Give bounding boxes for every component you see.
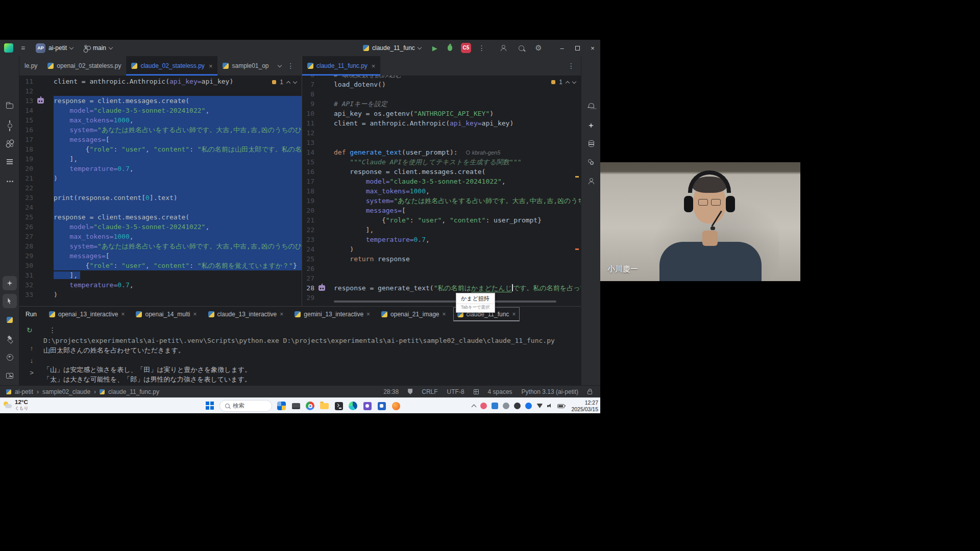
taskbar-clock[interactable]: 12:27 2025/03/15 (571, 399, 598, 412)
code-line[interactable]: 16 system="あなたは姓名占いをする占い師です。大吉,中吉,吉,凶のうち… (19, 125, 302, 135)
close-icon[interactable]: × (366, 311, 370, 318)
battery-icon[interactable] (557, 404, 565, 408)
file-explorer-app-icon[interactable] (318, 400, 330, 412)
code-line[interactable]: 14 model="claude-3-5-sonnet-20241022", (19, 106, 302, 115)
project-tool-button[interactable] (3, 99, 17, 113)
ai-assistant-tool-button[interactable] (3, 276, 17, 290)
readonly-toggle[interactable] (587, 389, 592, 394)
interpreter-widget[interactable]: Python 3.13 (ai-petit) (522, 388, 578, 395)
taskbar-search[interactable]: 検索 (219, 400, 272, 412)
settings-button[interactable]: ⚙ (534, 42, 543, 54)
code-with-me-button[interactable] (499, 42, 508, 54)
code-line[interactable]: 25response = client.messages.create( (19, 212, 302, 222)
inspections-widget[interactable]: 1 (272, 79, 297, 86)
up-arrow-button[interactable]: ↑ (27, 344, 37, 357)
column-mode-widget[interactable] (474, 389, 479, 394)
windows-start-button[interactable] (206, 402, 214, 410)
notifications-button[interactable] (584, 99, 598, 113)
horizontal-scrollbar[interactable] (334, 300, 556, 303)
code-line[interactable]: 18 {"role": "user", "content": "私の名前は山田太… (19, 144, 302, 154)
close-icon[interactable]: × (193, 311, 197, 318)
tray-app-icon[interactable] (480, 403, 487, 409)
code-line[interactable]: 14def generate_text(user_prompt):kbrah-g… (302, 147, 581, 157)
widgets-app-icon[interactable] (276, 400, 287, 412)
code-line[interactable]: 25 return response (302, 254, 581, 264)
code-line[interactable]: 8 (302, 89, 581, 99)
code-line[interactable]: 24 (19, 203, 302, 212)
encoding-widget[interactable]: UTF-8 (447, 388, 464, 395)
code-line[interactable]: 20 messages=[ (302, 206, 581, 215)
breadcrumb-project[interactable]: ai-petit (15, 388, 33, 395)
protection-widget[interactable] (408, 389, 412, 394)
breadcrumb-folder[interactable]: sample02_claude (42, 388, 90, 395)
purple-app-icon[interactable] (361, 400, 373, 412)
services-tool-button[interactable] (3, 331, 17, 345)
code-line[interactable]: 15 """Claude APIを使用してテキストを生成する関数""" (302, 157, 581, 167)
code-line[interactable]: 30 {"role": "user", "content": "私の名前を覚えて… (19, 261, 302, 270)
tab-le-py[interactable]: le.py (19, 56, 42, 76)
code-line[interactable]: 22 (19, 183, 302, 193)
code-line[interactable]: 24 ) (302, 244, 581, 254)
tray-expand-chevron[interactable] (472, 404, 477, 409)
prev-problem-icon[interactable] (566, 81, 570, 85)
next-problem-icon[interactable] (293, 80, 297, 84)
terminal-tool-button[interactable] (3, 368, 17, 383)
structure-tool-button[interactable] (3, 155, 17, 169)
tray-app-icon[interactable] (503, 403, 509, 409)
code-line[interactable]: 32 temperature=0.7, (19, 280, 302, 290)
run-tab-gemini-13-interactive[interactable]: gemini_13_interactive × (290, 307, 374, 321)
code-line[interactable]: 22 ], (302, 225, 581, 235)
debug-button[interactable] (446, 42, 455, 54)
blue-app-icon[interactable] (376, 400, 387, 412)
code-line[interactable]: 20 temperature=0.7, (19, 164, 302, 173)
close-icon[interactable]: × (209, 62, 213, 70)
endpoints-tool-button[interactable] (584, 174, 598, 188)
run-config-selector[interactable]: claude_11_func (360, 43, 424, 53)
code-line[interactable]: 31 ], (19, 270, 302, 280)
close-icon[interactable]: × (512, 311, 516, 318)
code-line[interactable]: 29 messages=[ (19, 251, 302, 261)
close-icon[interactable]: × (443, 311, 446, 318)
ai-assistant-gutter-icon[interactable] (318, 285, 325, 291)
code-line[interactable]: 16 response = client.messages.create( (302, 167, 581, 177)
chrome-app-icon[interactable] (304, 400, 316, 412)
tab-options-icon[interactable]: ⋮ (568, 62, 575, 70)
code-line[interactable]: 12 (19, 86, 302, 96)
next-problem-icon[interactable] (572, 80, 576, 84)
code-line[interactable]: 13response = client.messages.create( (19, 96, 302, 106)
code-line[interactable]: 18 max_tokens=1000, (302, 186, 581, 196)
tray-app-icon[interactable] (514, 403, 521, 409)
commit-tool-button[interactable] (3, 118, 17, 133)
close-icon[interactable]: × (372, 62, 376, 70)
run-tab-openai-13-interactive[interactable]: openai_13_interactive × (45, 307, 129, 321)
code-line[interactable]: 10api_key = os.getenv("ANTHROPIC_API_KEY… (302, 109, 581, 118)
caret-position-widget[interactable]: 28:38 (383, 388, 399, 395)
search-everywhere-button[interactable] (517, 42, 526, 54)
code-line[interactable]: 11client = anthropic.Anthropic(api_key=a… (19, 77, 302, 86)
code-line[interactable]: 33) (19, 290, 302, 299)
weather-widget[interactable]: 12°C くもり (3, 399, 28, 411)
run-tab-claude-13-interactive[interactable]: claude_13_interactive × (204, 307, 288, 321)
ai-assistant-gutter-icon[interactable] (37, 98, 44, 104)
editor-left[interactable]: 11client = anthropic.Anthropic(api_key=a… (19, 76, 302, 306)
code-line[interactable]: 28response = generate_text("私の名前はかまどたんじで… (302, 283, 581, 293)
code-line[interactable]: 11client = anthropic.Anthropic(api_key=a… (302, 118, 581, 128)
code-line[interactable]: 26 model="claude-3-5-sonnet-20241022", (19, 222, 302, 232)
code-line[interactable]: 15 max_tokens=1000, (19, 115, 302, 125)
project-widget[interactable]: AP ai-petit (33, 42, 76, 54)
prev-problem-icon[interactable] (286, 81, 290, 85)
tray-app-icon[interactable] (492, 403, 498, 409)
main-menu-button[interactable]: ≡ (18, 42, 28, 54)
tab-openai-02-stateless[interactable]: openai_02_stateless.py (42, 56, 126, 76)
python-console-tool-button[interactable] (3, 313, 17, 327)
ime-candidate[interactable]: かまど担持 (456, 293, 495, 304)
code-line[interactable]: 23print(response.content[0].text) (19, 193, 302, 203)
code-line[interactable]: 26 (302, 264, 581, 273)
code-line[interactable]: 19 system="あなたは姓名占いをする占い師です。大吉,中吉,吉,凶のうち… (302, 196, 581, 206)
down-arrow-button[interactable]: ↓ (27, 357, 37, 369)
more-tool-windows-button[interactable] (3, 174, 17, 188)
breadcrumb-file[interactable]: claude_11_func.py (108, 388, 159, 395)
minimize-button[interactable]: – (554, 40, 570, 56)
ai-chat-tool-button[interactable] (584, 118, 598, 133)
run-tab-openai-14-multi[interactable]: openai_14_multi × (132, 307, 201, 321)
